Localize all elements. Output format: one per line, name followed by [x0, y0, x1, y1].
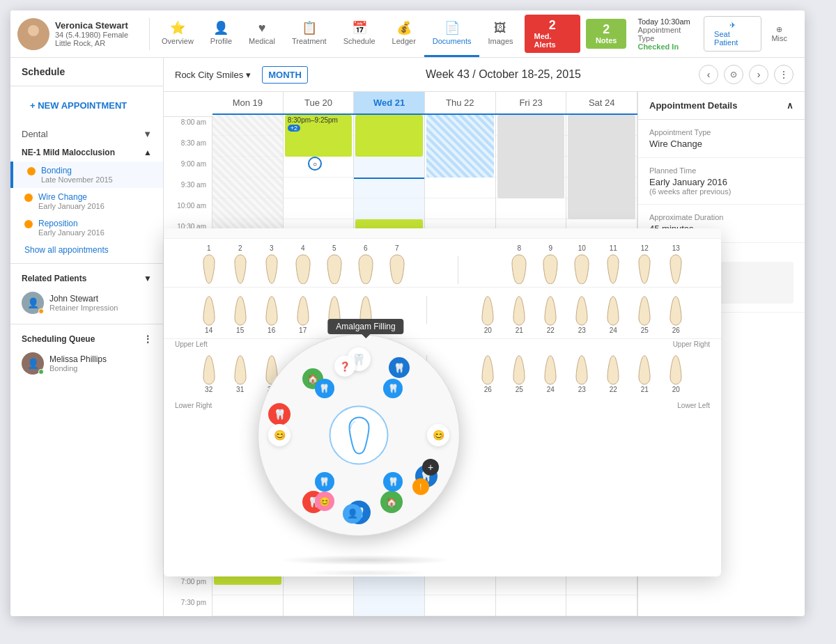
notes-badge[interactable]: 2 Notes [586, 19, 627, 49]
tooth-item[interactable]: 9 [535, 244, 566, 284]
tooth-item[interactable]: 20 [472, 296, 503, 336]
radial-icon-person[interactable]: 👤 [343, 504, 362, 524]
related-patient-john[interactable]: 👤 John Stewart Retainer Impression [10, 288, 163, 318]
event-thu-1[interactable] [426, 115, 494, 178]
time-cell[interactable] [354, 157, 424, 178]
tooth-item[interactable]: 32 [194, 355, 224, 395]
time-cell[interactable] [496, 574, 566, 595]
appointment-item-reposition[interactable]: Reposition Early January 2016 [10, 214, 163, 241]
time-cell[interactable] [496, 595, 566, 616]
radial-icon-inner-4[interactable]: 🦷 [383, 472, 403, 492]
queue-item-melissa[interactable]: 👤 Melissa Phillips Bonding [10, 348, 163, 379]
tab-treatment[interactable]: 📋 Treatment [284, 10, 335, 57]
day-fri[interactable]: Fri 23 [496, 92, 567, 113]
time-cell[interactable] [354, 574, 424, 595]
radial-icon-inner-3[interactable]: 🦷 [315, 472, 334, 492]
time-cell[interactable] [354, 198, 424, 219]
tooth-item[interactable]: 6 [350, 244, 381, 284]
tooth-item[interactable]: 11 [598, 244, 628, 284]
time-cell[interactable] [284, 595, 354, 616]
tooth-item[interactable]: 1 [194, 244, 224, 284]
tooth-item[interactable]: 13 [660, 244, 691, 284]
tooth-item[interactable]: 24 [598, 296, 628, 336]
time-cell[interactable] [496, 198, 566, 219]
day-mon[interactable]: Mon 19 [212, 92, 284, 113]
time-cell[interactable] [566, 574, 637, 595]
day-tue[interactable]: Tue 20 [284, 92, 355, 113]
time-cell[interactable] [284, 198, 354, 219]
tab-schedule[interactable]: 📅 Schedule [335, 10, 384, 57]
tooth-item[interactable]: 20 [660, 355, 691, 395]
radial-icon-plus[interactable]: + [422, 459, 439, 476]
tooth-item[interactable]: 21 [504, 296, 534, 336]
tooth-item[interactable]: 23 [566, 355, 597, 395]
tooth-item[interactable]: 17 [288, 296, 318, 336]
radial-icon-left[interactable]: 😊 [268, 424, 291, 446]
tooth-item[interactable]: 12 [629, 244, 660, 284]
tooth-item[interactable]: 31 [225, 355, 256, 395]
next-week-button[interactable]: › [749, 65, 768, 84]
tooth-item[interactable]: 3 [256, 244, 287, 284]
radial-icon-warning[interactable]: ! [412, 478, 429, 495]
tooth-item[interactable]: 25 [629, 296, 660, 336]
month-view-button[interactable]: MONTH [262, 66, 308, 84]
tab-profile[interactable]: 👤 Profile [202, 10, 240, 57]
tab-images[interactable]: 🖼 Images [479, 10, 521, 57]
tooth-item[interactable]: 26 [472, 355, 503, 395]
time-cell[interactable] [425, 198, 495, 219]
time-cell[interactable] [354, 595, 424, 616]
day-sat[interactable]: Sat 24 [566, 92, 637, 113]
tooth-item[interactable]: 25 [504, 355, 534, 395]
prev-week-button[interactable]: ‹ [699, 65, 718, 84]
tooth-item[interactable]: 2 [225, 244, 256, 284]
radial-icon-bl2[interactable]: 🦷 [268, 403, 291, 425]
tab-ledger[interactable]: 💰 Ledger [384, 10, 424, 57]
location-select[interactable]: Rock City Smiles ▾ [175, 70, 251, 80]
tooth-item[interactable]: 14 [194, 296, 224, 336]
tooth-item[interactable]: 24 [535, 355, 566, 395]
event-wed-1[interactable] [355, 115, 423, 157]
seat-patient-button[interactable]: ✈ Seat Patient [704, 16, 761, 52]
tooth-item[interactable]: 15 [225, 296, 256, 336]
new-appointment-button[interactable]: + NEW APPOINTMENT [22, 95, 152, 116]
resize-handle[interactable]: ○ [308, 157, 322, 171]
radial-icon-pink[interactable]: 😊 [315, 492, 334, 511]
sidebar-dental-section[interactable]: Dental ▼ [10, 125, 163, 143]
today-button[interactable]: ⊙ [724, 65, 743, 84]
tooth-item[interactable]: 21 [629, 355, 660, 395]
tooth-item[interactable]: 8 [504, 244, 534, 284]
tooth-item[interactable]: 26 [660, 296, 691, 336]
appointment-item-wirechange[interactable]: Wire Change Early January 2016 [10, 188, 163, 214]
tooth-item[interactable]: 7 [382, 244, 412, 284]
radial-center-tooth[interactable] [330, 406, 389, 465]
radial-icon-tr1[interactable]: 🦷 [389, 357, 410, 378]
event-tue-1[interactable]: 8:30pm–9:25pm +2 [285, 115, 353, 157]
radial-icon-inner-2[interactable]: 🦷 [383, 379, 403, 398]
show-all-appointments-link[interactable]: Show all appointments [10, 241, 163, 263]
day-thu[interactable]: Thu 22 [425, 92, 496, 113]
tooth-item[interactable]: 23 [566, 296, 597, 336]
tab-documents[interactable]: 📄 Documents [424, 10, 480, 57]
time-cell[interactable] [284, 178, 354, 198]
time-cell[interactable] [425, 178, 495, 198]
tooth-item[interactable]: 22 [598, 355, 628, 395]
time-cell[interactable] [425, 574, 495, 595]
time-cell[interactable] [425, 595, 495, 616]
tooth-item[interactable]: 10 [566, 244, 597, 284]
tooth-item[interactable]: 5 [319, 244, 350, 284]
radial-icon-tl2[interactable]: ❓ [334, 356, 355, 377]
tooth-item[interactable]: 4 [288, 244, 318, 284]
tab-overview[interactable]: ⭐ Overview [153, 10, 202, 57]
tooth-item[interactable]: 16 [256, 296, 287, 336]
time-cell[interactable] [284, 574, 354, 595]
misc-button[interactable]: ⊕ Misc [764, 21, 794, 47]
day-wed[interactable]: Wed 21 [354, 92, 425, 113]
time-cell[interactable] [212, 595, 283, 616]
time-cell[interactable] [354, 178, 424, 198]
time-cell[interactable] [566, 595, 637, 616]
appointment-item-bonding[interactable]: Bonding Late November 2015 [10, 162, 163, 188]
med-alerts-badge[interactable]: 2 Med. Alerts [525, 15, 580, 54]
radial-icon-inner-1[interactable]: 🦷 [315, 379, 334, 398]
radial-icon-right[interactable]: 😊 [427, 424, 449, 446]
more-options-icon[interactable]: ⋮ [144, 334, 152, 344]
